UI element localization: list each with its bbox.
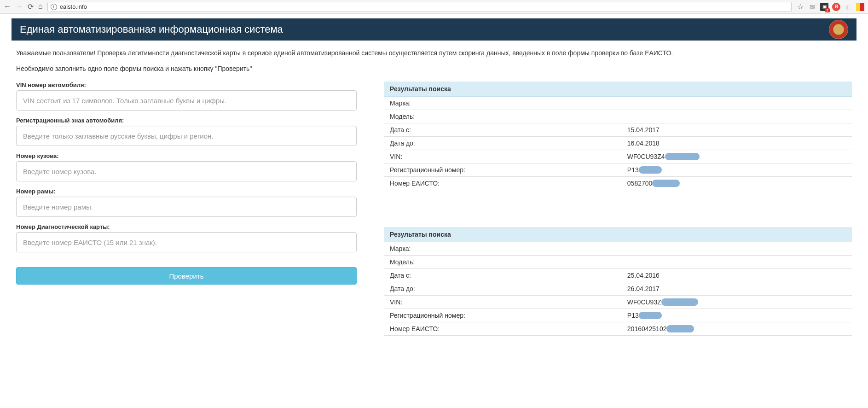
result-dateto-label: Дата до:	[390, 140, 627, 147]
result-brand-label: Марка:	[390, 245, 627, 252]
redacted-block	[639, 312, 662, 319]
result-regnum-label: Регистрационный номер:	[390, 166, 627, 174]
result-vin-label: VIN:	[390, 298, 627, 306]
result-datefrom-label: Дата с:	[390, 272, 627, 279]
vin-input[interactable]	[16, 90, 357, 111]
result-datefrom-value: 15.04.2017	[627, 126, 846, 134]
result-dateto-value: 16.04.2018	[627, 140, 846, 147]
nav-arrows: ← → ⟳ ⌂	[4, 2, 43, 11]
frame-label: Номер рамы:	[16, 188, 357, 195]
result-vin-value: WF0CU93Z	[627, 298, 661, 306]
redacted-block	[666, 325, 694, 332]
results-panel-2: Результаты поиска Марка: Модель: Дата с:…	[384, 227, 852, 336]
result-model-label: Модель:	[390, 113, 627, 120]
result-eaisto-value: 20160425102	[627, 325, 667, 332]
results-header: Результаты поиска	[384, 227, 852, 242]
redacted-block	[652, 180, 680, 187]
result-datefrom-value: 25.04.2016	[627, 272, 846, 279]
results-column: Результаты поиска Марка: Модель: Дата с:…	[384, 82, 852, 373]
diagcard-input[interactable]	[16, 232, 357, 252]
result-brand-label: Марка:	[390, 99, 627, 107]
home-icon[interactable]: ⌂	[38, 2, 43, 11]
redacted-block	[639, 166, 662, 174]
result-regnum-label: Регистрационный номер:	[390, 312, 627, 319]
bookmark-star-icon[interactable]: ☆	[796, 3, 804, 11]
mail-icon[interactable]: ✉	[808, 3, 816, 11]
redacted-block	[661, 298, 698, 306]
page-header: Единая автоматизированная информационная…	[12, 18, 856, 41]
intro-p2: Необходимо заполнить одно поле формы пои…	[16, 64, 852, 74]
result-brand-value	[627, 99, 846, 107]
results-panel-1: Результаты поиска Марка: Модель: Дата с:…	[384, 82, 852, 190]
intro-text: Уважаемые пользователи! Проверка легитим…	[0, 49, 868, 73]
body-label: Номер кузова:	[16, 152, 357, 159]
result-brand-value	[627, 245, 846, 252]
vin-label: VIN номер автомобиля:	[16, 82, 357, 88]
regnum-label: Регистрационный знак автомобиля:	[16, 117, 357, 124]
reload-icon[interactable]: ⟳	[28, 2, 34, 11]
result-model-label: Модель:	[390, 258, 627, 266]
flag-icon[interactable]	[856, 3, 864, 11]
result-eaisto-value: 0582700	[627, 180, 653, 187]
result-model-value	[627, 258, 846, 266]
frame-input[interactable]	[16, 197, 357, 217]
extension-dark-icon[interactable]: ▣	[820, 3, 828, 11]
result-regnum-value: Р13	[627, 166, 639, 174]
forward-icon: →	[16, 2, 23, 11]
results-header: Результаты поиска	[384, 82, 852, 97]
intro-p1: Уважаемые пользователи! Проверка легитим…	[16, 49, 852, 58]
body-input[interactable]	[16, 161, 357, 181]
result-eaisto-label: Номер ЕАИСТО:	[390, 180, 627, 187]
result-eaisto-label: Номер ЕАИСТО:	[390, 325, 627, 332]
result-model-value	[627, 113, 846, 120]
back-icon[interactable]: ←	[4, 2, 11, 11]
regnum-input[interactable]	[16, 126, 357, 146]
result-dateto-value: 26.04.2017	[627, 285, 846, 292]
browser-chrome: ← → ⟳ ⌂ i eaisto.info ☆ ✉ ▣ Я ◐	[0, 0, 868, 14]
redacted-block	[665, 153, 700, 160]
extension-light-icon[interactable]: ◐	[844, 3, 852, 11]
info-icon[interactable]: i	[51, 4, 57, 10]
browser-extensions: ☆ ✉ ▣ Я ◐	[796, 3, 864, 11]
url-bar[interactable]: i eaisto.info	[47, 2, 792, 12]
search-form: VIN номер автомобиля: Регистрационный зн…	[16, 82, 357, 373]
result-datefrom-label: Дата с:	[390, 126, 627, 134]
url-text: eaisto.info	[60, 3, 87, 10]
diagcard-label: Номер Диагностической карты:	[16, 223, 357, 230]
result-vin-label: VIN:	[390, 153, 627, 160]
yandex-icon[interactable]: Я	[832, 3, 840, 11]
result-regnum-value: Р13	[627, 312, 639, 319]
result-dateto-label: Дата до:	[390, 285, 627, 292]
submit-button[interactable]: Проверить	[16, 267, 357, 285]
result-vin-value: WF0CU93Z4	[627, 153, 665, 160]
page-title: Единая автоматизированная информационная…	[20, 23, 283, 35]
emblem-icon	[829, 20, 848, 39]
